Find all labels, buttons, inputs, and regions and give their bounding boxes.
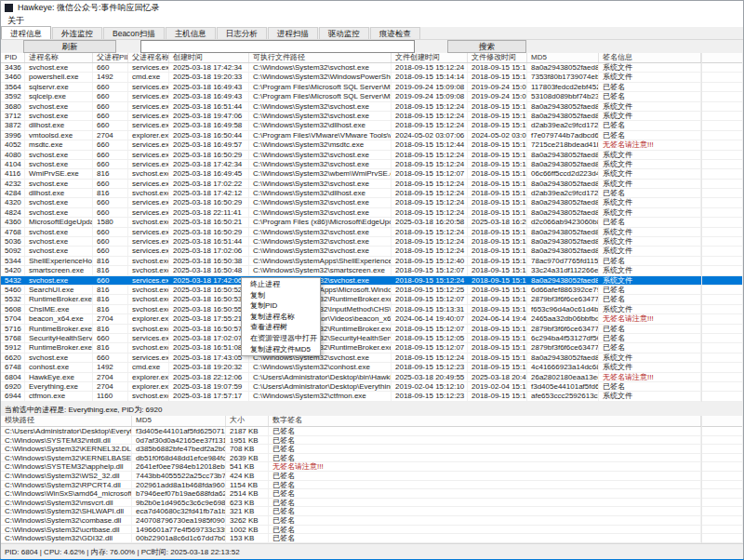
search-button[interactable]: 搜索 — [447, 40, 526, 53]
cell-created: 2025-03-18 16:50:29 — [169, 198, 249, 207]
module-row[interactable]: C:\Windows\System32\RPCRT4.dll202961add8… — [1, 481, 742, 490]
module-cell-md5: db51f0f68d48dd1efce984fcd1... — [132, 454, 226, 462]
table-row[interactable]: 5036svchost.exe660services.exe2025-03-18… — [1, 237, 742, 247]
tab-7[interactable]: 驱动监控 — [319, 27, 369, 39]
table-row[interactable]: 5716RuntimeBroker.exe816svchost.exe2025-… — [1, 325, 742, 334]
table-row[interactable]: 6620svchost.exe660services.exe2025-03-18… — [1, 353, 742, 363]
cell-sig: 已签名 — [599, 92, 701, 100]
table-row[interactable]: 6920Everything.exe2704explorer.exe2025-0… — [1, 382, 742, 392]
table-row[interactable]: 3592sqlceip.exe660services.exe2025-03-18… — [1, 92, 742, 101]
table-row[interactable]: 5532RuntimeBroker.exe816svchost.exe2025-… — [1, 295, 742, 304]
table-row[interactable]: 5092svchost.exe660services.exe2025-03-18… — [1, 247, 742, 256]
search-input[interactable] — [140, 40, 415, 53]
context-menu-item[interactable]: 复制PID — [242, 300, 320, 312]
table-row[interactable]: 3436svchost.exe660services.exe2025-03-18… — [1, 63, 742, 73]
cell-file_created: 2018-09-15 15:12:24 — [392, 228, 468, 236]
cell-created: 2025-03-18 16:50:21 — [169, 218, 249, 226]
table-row[interactable]: 5768SecurityHealthServic...660services.e… — [1, 334, 742, 343]
module-cell-size: 2639 KB — [226, 454, 269, 462]
module-row[interactable]: C:\Windows\WinSxS\amd64_microsoft.window… — [1, 489, 742, 499]
table-row[interactable]: 5460SearchUI.exe816svchost.exe2025-03-18… — [1, 286, 742, 295]
module-column-header[interactable]: MD5 — [132, 416, 226, 426]
cell-ppid: 660 — [93, 276, 128, 285]
module-row[interactable]: C:\Windows\SYSTEM32\apphelp.dll2641ef0ee… — [1, 462, 742, 472]
selected-process-label: 当前选中的进程是: Everything.exe, PID为: 6920 — [5, 405, 563, 415]
cell-file_modified: 2018-09-15 15:12:44 — [468, 140, 527, 149]
table-row[interactable]: 3460powershell.exe1492cmd.exe2025-03-18 … — [1, 73, 742, 82]
table-row[interactable]: 5420smartscreen.exe816svchost.exe2025-03… — [1, 266, 742, 275]
table-row[interactable]: 5912RuntimeBroker.exe816svchost.exe2025-… — [1, 343, 742, 353]
cell-pname: cmd.exe — [128, 363, 169, 371]
module-row[interactable]: C:\Windows\System32\SHLWAPI.dlleca7d4068… — [1, 507, 742, 516]
table-row[interactable]: 4284dllhost.exe816svchost.exe2025-03-18 … — [1, 189, 742, 198]
table-row[interactable]: 4104svchost.exe660services.exe2025-03-18… — [1, 160, 742, 169]
column-header[interactable]: PID — [1, 53, 25, 62]
table-row[interactable]: 6804HawkEye.exe2704explorer.exe2025-03-1… — [1, 373, 742, 382]
column-header[interactable]: 文件创建时间 — [392, 53, 468, 62]
table-row[interactable]: 3872dllhost.exe660services.exe2025-03-18… — [1, 121, 742, 130]
cell-created: 2025-03-18 19:07:59 — [169, 382, 249, 391]
table-row[interactable]: 5344ShellExperienceHost.e...816svchost.e… — [1, 257, 742, 266]
module-row[interactable]: C:\Windows\System32\combase.dll240708796… — [1, 516, 742, 526]
tab-6[interactable]: 进程扫描 — [268, 27, 318, 39]
table-row[interactable]: 4824svchost.exe660services.exe2025-03-18… — [1, 208, 742, 218]
context-menu-item[interactable]: 复制进程文件MD5 — [242, 344, 320, 355]
column-header[interactable]: 父进程PID — [93, 53, 128, 62]
table-row[interactable]: 6748conhost.exe1492cmd.exe2025-03-18 19:… — [1, 363, 742, 372]
table-row[interactable]: 4232svchost.exe660services.exe2025-03-18… — [1, 180, 742, 189]
module-column-header[interactable]: 模块路径 — [1, 416, 132, 426]
cell-ppid: 816 — [93, 286, 128, 294]
column-header[interactable]: 父进程名称 — [128, 53, 169, 62]
module-row[interactable]: C:\Windows\System32\KERNELBASE.dlldb51f0… — [1, 454, 742, 463]
context-menu-item[interactable]: 复制进程名称 — [242, 312, 320, 323]
table-row[interactable]: 4052msdtc.exe660services.exe2025-03-18 1… — [1, 140, 742, 150]
column-header[interactable]: 进程名称 — [25, 53, 93, 62]
table-row[interactable]: 3564sqlservr.exe660services.exe2025-03-1… — [1, 83, 742, 92]
column-header[interactable]: 创建时间 — [169, 53, 249, 62]
cell-created: 2025-03-18 22:11:41 — [169, 208, 249, 217]
column-header[interactable]: 文件修改时间 — [468, 53, 527, 62]
table-row[interactable]: 4320svchost.exe660services.exe2025-03-18… — [1, 198, 742, 207]
table-row[interactable]: 6944ctfmon.exe1160svchost.exe2025-03-18 … — [1, 392, 742, 401]
table-row[interactable]: 4080svchost.exe660services.exe2025-03-18… — [1, 151, 742, 160]
module-row[interactable]: C:\Windows\System32\ucrtbase.dll1496601a… — [1, 526, 742, 535]
column-header[interactable]: 可执行文件路径 — [249, 53, 392, 62]
module-row[interactable]: C:\Windows\System32\KERNEL32.DLLd385b688… — [1, 445, 742, 454]
tab-1[interactable]: 进程信息 — [1, 26, 51, 39]
module-cell-size: 3262 KB — [226, 516, 269, 525]
table-row[interactable]: 4360MicrosoftEdgeUpdate...1580svchost.ex… — [1, 218, 742, 227]
cell-md5: 8a0a29438052faed8a... — [527, 208, 599, 217]
module-row[interactable]: C:\Windows\SYSTEM32\ntdll.dll0d7af30d0a4… — [1, 436, 742, 446]
table-row[interactable]: 4768svchost.exe660services.exe2025-03-18… — [1, 228, 742, 237]
context-menu-item[interactable]: 查看进程树 — [242, 322, 320, 333]
module-row[interactable]: C:\Windows\System32\GDI32.dll00b22901a8c… — [1, 534, 742, 543]
tab-8[interactable]: 痕迹检查 — [370, 27, 420, 39]
module-row[interactable]: C:\Users\Administrator\Desktop\Everythin… — [1, 427, 742, 436]
module-cell-path: C:\Windows\System32\msvcrt.dll — [1, 499, 132, 507]
table-row[interactable]: 5432svchost.exe660services.exe2025-03-18… — [1, 276, 742, 286]
context-menu-item[interactable]: 终止进程 — [242, 279, 320, 290]
tab-2[interactable]: 外连监控 — [52, 27, 102, 39]
module-cell-sig: 已签名 — [269, 454, 701, 462]
context-menu-item[interactable]: 在资源管理器中打开 — [242, 333, 320, 344]
table-row[interactable]: 4116WmiPrvSE.exe816svchost.exe2025-03-18… — [1, 169, 742, 179]
cell-pname: services.exe — [128, 208, 169, 217]
module-row[interactable]: C:\Windows\System32\msvcrt.dll9b2b0e1d49… — [1, 499, 742, 508]
module-column-header[interactable]: 大小 — [226, 416, 269, 426]
table-row[interactable]: 5608ChsIME.exe816svchost.exe2025-03-18 1… — [1, 305, 742, 314]
module-row[interactable]: C:\Windows\System32\WS2_32.dll7443bb4055… — [1, 472, 742, 481]
tab-3[interactable]: Beacon扫描 — [103, 27, 165, 39]
cell-ppid: 660 — [93, 237, 128, 246]
cell-pid: 3436 — [1, 63, 25, 72]
column-header[interactable]: 签名信息 — [599, 53, 701, 62]
context-menu-item[interactable]: 复制 — [242, 290, 320, 301]
refresh-button[interactable]: 刷新 — [23, 40, 116, 53]
column-header[interactable]: MD5 — [527, 53, 599, 62]
tab-4[interactable]: 主机信息 — [166, 27, 216, 39]
tab-5[interactable]: 日志分析 — [217, 27, 267, 39]
table-row[interactable]: 3996vmtoolsd.exe2704explorer.exe2025-03-… — [1, 131, 742, 140]
table-row[interactable]: 5704beacon_x64.exe2704explorer.exe2025-0… — [1, 314, 742, 324]
table-row[interactable]: 3712svchost.exe660services.exe2025-03-18… — [1, 112, 742, 121]
table-row[interactable]: 3680svchost.exe660services.exe2025-03-18… — [1, 102, 742, 112]
module-column-header[interactable]: 数字签名 — [269, 416, 701, 426]
